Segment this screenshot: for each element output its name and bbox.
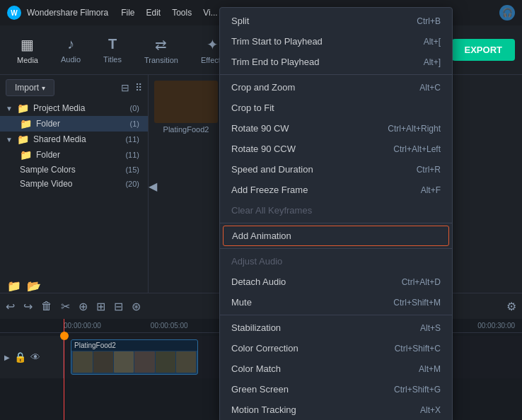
tree-count-colors: (15)	[125, 165, 142, 174]
tree-child-folder2[interactable]: 📁 Folder (11)	[0, 147, 148, 163]
tab-transition-label: Transition	[144, 56, 178, 64]
settings-icon: ⚙	[506, 301, 516, 313]
tab-titles[interactable]: T Titles	[93, 32, 132, 69]
menu-item-color-correction[interactable]: Color CorrectionCtrl+Shift+C	[220, 338, 452, 358]
menu-item-freeze-frame[interactable]: Add Freeze FrameAlt+F	[220, 180, 452, 200]
menu-divider	[220, 248, 452, 249]
menu-item-split[interactable]: SplitCtrl+B	[220, 11, 452, 31]
tree-arrow-shared: ▼	[6, 136, 13, 144]
menu-item-color-match[interactable]: Color MatchAlt+M	[220, 358, 452, 379]
tree-item-shared-media[interactable]: ▼ 📁 Shared Media (11)	[0, 132, 148, 147]
effects-icon: ✦	[207, 36, 219, 53]
folder-icon-project: 📁	[17, 103, 29, 114]
tree-label-folder1: Folder	[36, 119, 126, 129]
thumb-label: PlatingFood2	[154, 125, 218, 134]
menu-item-trim-start[interactable]: Trim Start to PlayheadAlt+[	[220, 31, 452, 52]
ripple-icon[interactable]: ⊟	[114, 300, 123, 313]
track-play-icon: ▶	[4, 354, 10, 361]
menu-item-trim-end[interactable]: Trim End to PlayheadAlt+]	[220, 52, 452, 72]
tab-audio[interactable]: ♪ Audio	[51, 32, 91, 69]
magnet-icon[interactable]: ⊛	[132, 300, 141, 313]
menu-edit[interactable]: Edit	[146, 8, 161, 18]
menu-item-label-mute: Mute	[231, 297, 252, 308]
menu-shortcut-freeze-frame: Alt+F	[421, 185, 441, 195]
zoom-in-icon[interactable]: ⊞	[96, 300, 105, 313]
tab-media[interactable]: ▦ Media	[7, 32, 48, 69]
tree-count-video: (20)	[125, 180, 142, 188]
menu-item-label-motion-tracking: Motion Tracking	[231, 404, 296, 415]
import-chevron-icon: ▾	[42, 84, 45, 92]
menu-shortcut-split: Ctrl+B	[417, 16, 441, 26]
thumbnail-item[interactable]: PlatingFood2	[154, 81, 218, 134]
import-button[interactable]: Import ▾	[6, 79, 54, 96]
menu-tools[interactable]: Tools	[172, 8, 192, 18]
timeline-settings-btn[interactable]: ⚙	[506, 300, 516, 313]
menu-item-label-speed-duration: Speed and Duration	[231, 164, 313, 175]
menu-item-label-crop-fit: Crop to Fit	[231, 103, 274, 113]
menu-item-stabilization[interactable]: StabilizationAlt+S	[220, 317, 452, 338]
title-bar-right: 🎧	[499, 5, 515, 21]
grid-icon[interactable]: ⠿	[135, 82, 142, 93]
filter-icon[interactable]: ⊟	[121, 82, 129, 93]
menu-item-label-clear-keyframes: Clear All Keyframes	[231, 205, 312, 216]
timeline-clip[interactable]: PlatingFood2	[71, 339, 198, 375]
audio-icon: ♪	[67, 36, 74, 52]
menu-item-label-add-animation: Add Animation	[232, 231, 291, 241]
headphone-icon[interactable]: 🎧	[499, 5, 515, 21]
track-lock-icon[interactable]: 🔒	[14, 351, 26, 363]
menu-item-label-color-correction: Color Correction	[231, 343, 298, 354]
menu-file[interactable]: File	[121, 8, 134, 18]
menu-shortcut-trim-end: Alt+]	[424, 57, 441, 67]
menu-item-label-trim-end: Trim End to Playhead	[231, 57, 320, 67]
import-folder-icon[interactable]: 📂	[27, 279, 41, 293]
new-folder-icon[interactable]: 📁	[7, 279, 21, 293]
menu-item-crop-fit[interactable]: Crop to Fit	[220, 98, 452, 118]
tree-label-colors: Sample Colors	[20, 165, 121, 175]
redo-icon[interactable]: ↪	[23, 300, 33, 313]
tree-count-folder2: (11)	[125, 151, 142, 159]
menu-item-speed-duration[interactable]: Speed and DurationCtrl+R	[220, 159, 452, 180]
menu-item-rotate-ccw[interactable]: Rotate 90 CCWCtrl+Alt+Left	[220, 139, 452, 159]
tree-child-sample-video[interactable]: Sample Video (20)	[0, 177, 148, 191]
tree-item-project-media[interactable]: ▼ 📁 Project Media (0)	[0, 100, 148, 116]
tree-count-shared: (11)	[125, 135, 142, 144]
undo-icon[interactable]: ↩	[6, 300, 15, 313]
cut-icon[interactable]: ✂	[61, 300, 70, 313]
tree-child-folder1[interactable]: 📁 Folder (1)	[0, 116, 148, 132]
tree-label-shared: Shared Media	[33, 134, 121, 144]
tree-label-folder2: Folder	[36, 150, 121, 160]
menu-item-crop-zoom[interactable]: Crop and ZoomAlt+C	[220, 77, 452, 98]
menu-item-adjust-audio: Adjust Audio	[220, 251, 452, 272]
menu-shortcut-motion-tracking: Alt+X	[420, 405, 441, 415]
tab-titles-label: Titles	[103, 55, 122, 64]
export-button[interactable]: EXPORT	[452, 39, 515, 61]
tab-media-label: Media	[17, 56, 38, 64]
menu-item-detach-audio[interactable]: Detach AudioCtrl+Alt+D	[220, 272, 452, 292]
menu-shortcut-green-screen: Ctrl+Shift+G	[394, 385, 441, 395]
menu-view[interactable]: Vi...	[203, 8, 217, 18]
track-eye-icon[interactable]: 👁	[30, 351, 40, 363]
ruler-playhead	[64, 319, 64, 332]
menu-item-motion-tracking[interactable]: Motion TrackingAlt+X	[220, 399, 452, 420]
tab-transition[interactable]: ⇄ Transition	[134, 32, 188, 69]
tab-audio-label: Audio	[61, 55, 81, 64]
menu-item-green-screen[interactable]: Green ScreenCtrl+Shift+G	[220, 379, 452, 399]
folder-icon-folder1: 📁	[20, 118, 32, 129]
folder-icon-shared: 📁	[17, 134, 29, 145]
menu-shortcut-color-correction: Ctrl+Shift+C	[395, 344, 441, 354]
thumb-prev-arrow[interactable]: ◀	[149, 180, 157, 193]
menu-shortcut-mute: Ctrl+Shift+M	[393, 298, 441, 308]
menu-item-add-animation[interactable]: Add Animation	[223, 226, 449, 246]
crop-icon[interactable]: ⊕	[79, 300, 88, 313]
app-name: Wondershare Filmora	[27, 8, 108, 18]
menu-item-label-split: Split	[231, 16, 249, 26]
menu-item-mute[interactable]: MuteCtrl+Shift+M	[220, 292, 452, 313]
menu-item-rotate-cw[interactable]: Rotate 90 CWCtrl+Alt+Right	[220, 118, 452, 139]
folder-icon-folder2: 📁	[20, 149, 32, 161]
menu-shortcut-stabilization: Alt+S	[420, 323, 441, 333]
menu-shortcut-color-match: Alt+M	[419, 364, 441, 374]
tree-child-sample-colors[interactable]: Sample Colors (15)	[0, 163, 148, 177]
tree-arrow-project: ▼	[6, 105, 13, 112]
menu-item-label-crop-zoom: Crop and Zoom	[231, 82, 295, 93]
delete-icon[interactable]: 🗑	[41, 300, 52, 313]
